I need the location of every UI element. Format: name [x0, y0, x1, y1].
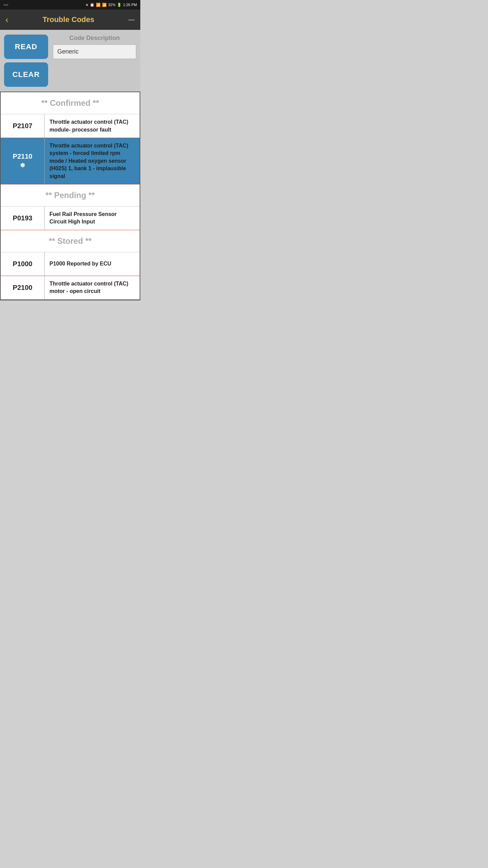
code-value: P2110: [13, 153, 33, 160]
bluetooth-icon: ∗: [85, 3, 88, 7]
clear-button[interactable]: CLEAR: [4, 62, 48, 87]
code-description-input[interactable]: [53, 44, 136, 59]
code-value: P1000: [13, 260, 33, 268]
table-row[interactable]: P2107 Throttle actuator control (TAC) mo…: [1, 114, 140, 138]
page-title: Trouble Codes: [8, 15, 128, 24]
wifi-icon: 📶: [96, 3, 101, 7]
battery-icon: 🔋: [117, 3, 122, 7]
back-button[interactable]: ‹: [5, 15, 8, 24]
description-cell: P1000 Reported by ECU: [45, 252, 140, 276]
code-cell: P2107: [1, 114, 45, 138]
action-buttons: READ CLEAR: [4, 35, 48, 87]
notification-icon: ○○: [3, 2, 8, 7]
status-right: ∗ ⏰ 📶 📶 32% 🔋 1:26 PM: [85, 3, 137, 7]
alarm-icon: ⏰: [90, 3, 95, 7]
table-row[interactable]: P0193 Fuel Rail Pressure Sensor Circuit …: [1, 206, 140, 230]
description-cell: Fuel Rail Pressure Sensor Circuit High I…: [45, 206, 140, 230]
status-left: ○○: [3, 2, 8, 7]
battery-level: 32%: [108, 3, 116, 7]
code-cell: P0193: [1, 206, 45, 230]
signal-icon: 📶: [102, 3, 107, 7]
code-cell: P2100: [1, 276, 45, 299]
table-row[interactable]: P1000 P1000 Reported by ECU: [1, 252, 140, 276]
code-description-label: Code Description: [53, 35, 136, 42]
stored-section-header: ** Stored **: [1, 230, 140, 252]
description-cell: Throttle actuator control (TAC) system -…: [45, 138, 140, 184]
description-cell: Throttle actuator control (TAC) module- …: [45, 114, 140, 138]
pending-section-header: ** Pending **: [1, 184, 140, 206]
codes-table: ** Confirmed ** P2107 Throttle actuator …: [0, 92, 140, 300]
code-cell: P2110 ❄: [1, 138, 45, 184]
code-value: P2100: [13, 284, 33, 292]
snowflake-icon: ❄: [20, 162, 25, 169]
confirmed-section-header: ** Confirmed **: [1, 92, 140, 114]
read-button[interactable]: READ: [4, 35, 48, 59]
status-bar: ○○ ∗ ⏰ 📶 📶 32% 🔋 1:26 PM: [0, 0, 140, 9]
clock: 1:26 PM: [123, 3, 137, 7]
code-value: P0193: [13, 214, 33, 222]
code-description-col: Code Description: [53, 35, 136, 59]
description-cell: Throttle actuator control (TAC) motor - …: [45, 276, 140, 299]
code-cell: P1000: [1, 252, 45, 276]
controls-area: READ CLEAR Code Description: [0, 30, 140, 92]
table-row[interactable]: P2100 Throttle actuator control (TAC) mo…: [1, 276, 140, 300]
code-value: P2107: [13, 122, 33, 130]
table-row[interactable]: P2110 ❄ Throttle actuator control (TAC) …: [1, 138, 140, 184]
app-header: ‹ Trouble Codes —: [0, 9, 140, 30]
menu-icon[interactable]: —: [128, 16, 135, 23]
